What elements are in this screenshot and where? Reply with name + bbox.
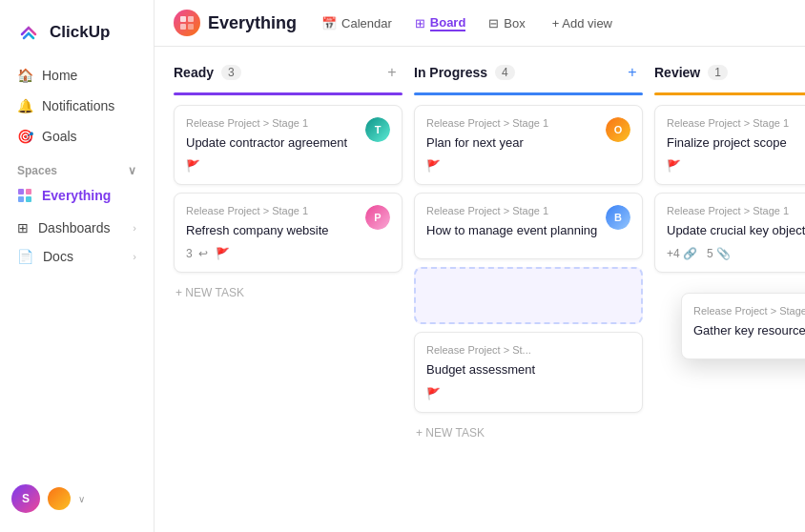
sidebar-item-goals-label: Goals (42, 129, 77, 144)
column-ready-add[interactable]: + (382, 62, 402, 83)
app-name: ClickUp (50, 23, 110, 42)
card-footer-3: 🚩 (426, 159, 630, 173)
spaces-chevron[interactable]: ∨ (128, 164, 136, 177)
card-finalize-scope[interactable]: Release Project > Stage 1 Finalize proje… (654, 105, 805, 185)
sidebar-item-everything[interactable]: Everything (8, 181, 146, 210)
docs-arrow: › (133, 251, 136, 262)
card-title-4: How to manage event planning (426, 222, 630, 239)
sidebar-bottom: S ∨ (0, 477, 154, 521)
floating-card-project: Release Project > Stage 1 (693, 305, 805, 317)
card-project-7: Release Project > Stage 1 (667, 117, 805, 129)
card-avatar-2: P (365, 205, 390, 230)
board-icon: ⊞ (415, 16, 425, 31)
card-update-contractor[interactable]: T Release Project > Stage 1 Update contr… (174, 105, 402, 185)
flag-icon-3: 🚩 (426, 159, 441, 173)
column-review: Review 1 + Release Project > Stage 1 Fin… (654, 62, 805, 280)
page-title: Everything (208, 13, 297, 33)
topbar: Everything 📅 Calendar ⊞ Board ⊟ Box + Ad… (155, 0, 805, 47)
card-title-8: Update crucial key objectives (667, 222, 805, 239)
svg-rect-8 (188, 24, 194, 30)
card-refresh-website[interactable]: P Release Project > Stage 1 Refresh comp… (174, 193, 402, 273)
box-icon: ⊟ (488, 16, 499, 31)
sidebar-nav: 🏠 Home 🔔 Notifications 🎯 Goals (0, 61, 154, 151)
logo-icon (15, 19, 42, 46)
floating-card-title: Gather key resources (693, 322, 805, 339)
comment-icon-2: ↩ (198, 247, 208, 260)
card-footer-7: 🚩 (667, 159, 805, 173)
flag-icon-6: 🚩 (426, 387, 441, 400)
card-plan-next-year[interactable]: O Release Project > Stage 1 Plan for nex… (414, 105, 643, 185)
floating-card[interactable]: ✥ P Release Project > Stage 1 Gather key… (681, 293, 805, 359)
new-task-in-progress[interactable]: + NEW TASK (414, 420, 643, 445)
everything-icon (17, 188, 32, 203)
docs-label: Docs (43, 249, 73, 264)
card-drag-placeholder (414, 267, 643, 324)
card-title-2: Refresh company website (186, 222, 390, 239)
column-review-bar (654, 92, 805, 95)
flag-green-2: 🚩 (216, 247, 230, 260)
nav-box[interactable]: ⊟ Box (479, 11, 534, 35)
logo[interactable]: ClickUp (0, 11, 154, 61)
dashboards-icon: ⊞ (17, 220, 29, 235)
nav-calendar[interactable]: 📅 Calendar (312, 11, 402, 35)
card-title-6: Budget assessment (426, 361, 630, 379)
sidebar-item-docs[interactable]: 📄 Docs › (8, 242, 146, 271)
sidebar-item-goals[interactable]: 🎯 Goals (8, 122, 146, 151)
card-crucial-objectives[interactable]: Release Project > Stage 1 Update crucial… (654, 193, 805, 273)
sidebar-item-home[interactable]: 🏠 Home (8, 61, 146, 90)
card-avatar-3: O (606, 117, 630, 142)
column-ready-bar (174, 92, 402, 95)
svg-rect-6 (188, 16, 194, 22)
card-title-1: Update contractor agreement (186, 134, 390, 152)
main-content: Everything 📅 Calendar ⊞ Board ⊟ Box + Ad… (155, 0, 805, 532)
column-in-progress-add[interactable]: + (622, 62, 643, 83)
card-project-8: Release Project > Stage 1 (667, 205, 805, 216)
sidebar-item-notifications-label: Notifications (42, 98, 114, 113)
topbar-logo-icon (174, 10, 200, 36)
sidebar-item-home-label: Home (42, 68, 77, 83)
nav-box-label: Box (504, 16, 525, 31)
card-project-4: Release Project > Stage 1 (426, 205, 630, 216)
column-review-header: Review 1 + (654, 62, 805, 83)
sidebar-spaces-nav: Everything (0, 181, 154, 210)
card-manage-event[interactable]: B Release Project > Stage 1 How to manag… (414, 193, 643, 259)
user-avatar-secondary (48, 487, 71, 510)
column-review-title: Review (654, 65, 700, 80)
nav-board[interactable]: ⊞ Board (405, 10, 476, 36)
spaces-label: Spaces (17, 164, 57, 177)
card-footer-1: 🚩 (186, 159, 390, 173)
card-project-3: Release Project > Stage 1 (426, 117, 630, 129)
comment-count-2: 3 (186, 247, 193, 260)
column-in-progress-header: In Progress 4 + (414, 62, 643, 83)
dashboards-label: Dashboards (38, 220, 111, 235)
column-in-progress-title: In Progress (414, 65, 487, 80)
notifications-icon: 🔔 (17, 98, 32, 113)
flag-icon-1: 🚩 (186, 159, 200, 173)
card-title-7: Finalize project scope (667, 134, 805, 152)
card-project-2: Release Project > Stage 1 (186, 205, 390, 216)
sidebar: ClickUp 🏠 Home 🔔 Notifications 🎯 Goals S… (0, 0, 155, 532)
card-meta-2: 3 ↩ (186, 247, 208, 260)
user-menu-chevron[interactable]: ∨ (78, 494, 85, 504)
dashboards-arrow: › (133, 222, 136, 234)
sidebar-item-notifications[interactable]: 🔔 Notifications (8, 92, 146, 120)
flag-icon-7: 🚩 (667, 159, 681, 173)
everything-label: Everything (42, 188, 111, 203)
column-ready-title: Ready (174, 65, 214, 80)
card-budget-assessment[interactable]: Release Project > St... Budget assessmen… (414, 332, 643, 412)
user-avatar[interactable]: S (11, 484, 40, 513)
new-task-ready[interactable]: + NEW TASK (174, 280, 402, 305)
column-ready-count: 3 (221, 65, 241, 80)
spaces-section: Spaces ∨ (0, 151, 154, 181)
sidebar-item-dashboards[interactable]: ⊞ Dashboards › (8, 214, 146, 242)
reactions-8: +4 🔗 (667, 247, 697, 260)
svg-rect-7 (180, 24, 186, 30)
card-footer-8: +4 🔗 5 📎 (667, 247, 805, 260)
svg-rect-3 (18, 196, 24, 202)
card-avatar-4: B (606, 205, 630, 230)
card-avatar-1: T (365, 117, 390, 142)
nav-board-label: Board (430, 15, 466, 31)
column-in-progress-bar (414, 92, 643, 95)
add-view-button[interactable]: + Add view (543, 11, 622, 35)
card-title-3: Plan for next year (426, 134, 630, 152)
